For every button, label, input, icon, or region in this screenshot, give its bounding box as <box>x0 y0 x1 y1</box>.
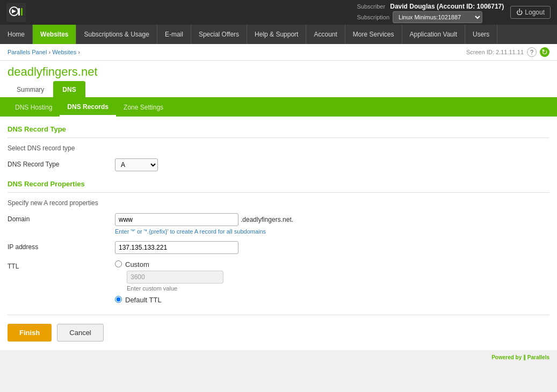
refresh-icon[interactable]: ↻ <box>540 47 549 57</box>
blacknight-logo <box>6 3 26 22</box>
ttl-default-option: Default TTL <box>115 296 549 304</box>
ttl-custom-radio[interactable] <box>115 260 122 267</box>
ttl-default-radio[interactable] <box>115 296 122 303</box>
page-title-area: deadlyfingers.net <box>0 61 557 81</box>
top-right: Subscriber David Douglas (Account ID: 10… <box>357 2 551 23</box>
tab-dns[interactable]: DNS <box>53 81 85 98</box>
ttl-custom-option: Custom <box>115 260 549 268</box>
subscriber-name: David Douglas (Account ID: 1006717) <box>390 3 504 10</box>
action-bar: Finish Cancel <box>8 315 549 342</box>
logout-button[interactable]: ⏻ Logout <box>510 6 551 19</box>
ttl-section: Custom Enter custom value Default TTL <box>115 260 549 304</box>
sub-nav-dns-hosting[interactable]: DNS Hosting <box>8 98 60 117</box>
sub-nav-zone-settings[interactable]: Zone Settings <box>116 98 171 117</box>
domain-input-row: .deadlyfingers.net. <box>115 213 549 226</box>
subscription-select[interactable]: Linux Minimus:1021887 <box>393 11 482 23</box>
domain-suffix: .deadlyfingers.net. <box>241 216 293 223</box>
tab-summary[interactable]: Summary <box>8 81 53 98</box>
nav-item-email[interactable]: E-mail <box>157 25 191 44</box>
powered-by-text: Powered by <box>491 354 522 360</box>
ttl-row: TTL Custom Enter custom value <box>8 260 549 304</box>
nav-item-subscriptions[interactable]: Subscriptions & Usage <box>76 25 157 44</box>
sub-nav: DNS Hosting DNS Records Zone Settings <box>0 98 557 117</box>
breadcrumb-websites[interactable]: Websites <box>52 49 76 55</box>
powered-by: Powered by ‖ Parallels <box>0 350 557 365</box>
section-divider-2 <box>8 192 549 193</box>
ip-address-label: IP address <box>8 241 115 251</box>
nav-item-account[interactable]: Account <box>306 25 345 44</box>
nav-item-more-services[interactable]: More Services <box>345 25 402 44</box>
domain-input[interactable] <box>115 213 238 226</box>
nav-item-application-vault[interactable]: Application Vault <box>402 25 466 44</box>
ttl-default-label[interactable]: Default TTL <box>125 296 162 304</box>
svg-rect-3 <box>18 8 20 16</box>
section-divider-1 <box>8 137 549 138</box>
subscription-label: Subscription <box>357 13 389 22</box>
breadcrumb-sep2: › <box>78 49 80 55</box>
screen-id-text: Screen ID: 2.11.11.11 <box>466 49 524 55</box>
dns-record-type-section: DNS Record Type Select DNS record type D… <box>8 125 549 171</box>
ip-address-input[interactable] <box>115 241 238 254</box>
dns-record-properties-section: DNS Record Properties Specify new A reco… <box>8 180 549 304</box>
dns-record-type-title: DNS Record Type <box>8 125 549 133</box>
ttl-custom-area: Enter custom value <box>127 271 549 292</box>
cancel-button[interactable]: Cancel <box>57 324 103 342</box>
power-icon: ⏻ <box>516 9 523 16</box>
ttl-custom-input[interactable] <box>127 271 223 284</box>
content-area: DNS Record Type Select DNS record type D… <box>0 117 557 350</box>
domain-row: Domain .deadlyfingers.net. Enter '*' or … <box>8 213 549 235</box>
ttl-custom-label[interactable]: Custom <box>125 260 149 268</box>
dns-record-type-control: A AAAA CNAME MX NS PTR SRV TXT <box>115 158 549 171</box>
domain-label: Domain <box>8 213 115 223</box>
nav-item-users[interactable]: Users <box>465 25 497 44</box>
domain-control: .deadlyfingers.net. Enter '*' or '*.{pre… <box>115 213 549 235</box>
page-title: deadlyfingers.net <box>8 65 549 79</box>
nav-item-home[interactable]: Home <box>0 25 33 44</box>
help-icon[interactable]: ? <box>527 47 537 57</box>
breadcrumb: Parallels Panel › Websites › <box>8 49 80 55</box>
svg-rect-4 <box>21 8 23 16</box>
main-nav: Home Websites Subscriptions & Usage E-ma… <box>0 25 557 44</box>
powered-by-brand: ‖ Parallels <box>523 354 549 360</box>
top-bar: Subscriber David Douglas (Account ID: 10… <box>0 0 557 25</box>
dns-record-type-label: DNS Record Type <box>8 158 115 168</box>
ip-address-row: IP address <box>8 241 549 254</box>
logo-area <box>6 3 26 22</box>
nav-item-websites[interactable]: Websites <box>33 25 76 44</box>
ttl-custom-option-group: Custom Enter custom value <box>115 260 549 292</box>
domain-hint: Enter '*' or '*.{prefix}' to create A re… <box>115 228 549 235</box>
ttl-label: TTL <box>8 260 115 270</box>
ttl-control: Custom Enter custom value Default TTL <box>115 260 549 304</box>
dns-record-type-desc: Select DNS record type <box>8 144 549 152</box>
nav-item-special-offers[interactable]: Special Offers <box>191 25 247 44</box>
ip-address-control <box>115 241 549 254</box>
breadcrumb-parallels-panel[interactable]: Parallels Panel <box>8 49 47 55</box>
finish-button[interactable]: Finish <box>8 324 52 342</box>
dns-record-properties-desc: Specify new A record properties <box>8 199 549 207</box>
subscription-wrapper: Linux Minimus:1021887 <box>393 11 482 23</box>
dns-record-properties-title: DNS Record Properties <box>8 180 549 188</box>
subscriber-info: Subscriber David Douglas (Account ID: 10… <box>357 2 504 23</box>
sub-nav-dns-records[interactable]: DNS Records <box>60 98 116 117</box>
dns-record-type-row: DNS Record Type A AAAA CNAME MX NS PTR S… <box>8 158 549 171</box>
ttl-custom-hint: Enter custom value <box>127 285 549 292</box>
screen-id-area: Screen ID: 2.11.11.11 ? ↻ <box>466 47 549 57</box>
subscriber-label: Subscriber <box>357 3 385 10</box>
dns-record-type-select[interactable]: A AAAA CNAME MX NS PTR SRV TXT <box>115 158 158 171</box>
breadcrumb-bar: Parallels Panel › Websites › Screen ID: … <box>0 44 557 61</box>
tabs: Summary DNS <box>0 81 557 98</box>
nav-item-help[interactable]: Help & Support <box>247 25 306 44</box>
